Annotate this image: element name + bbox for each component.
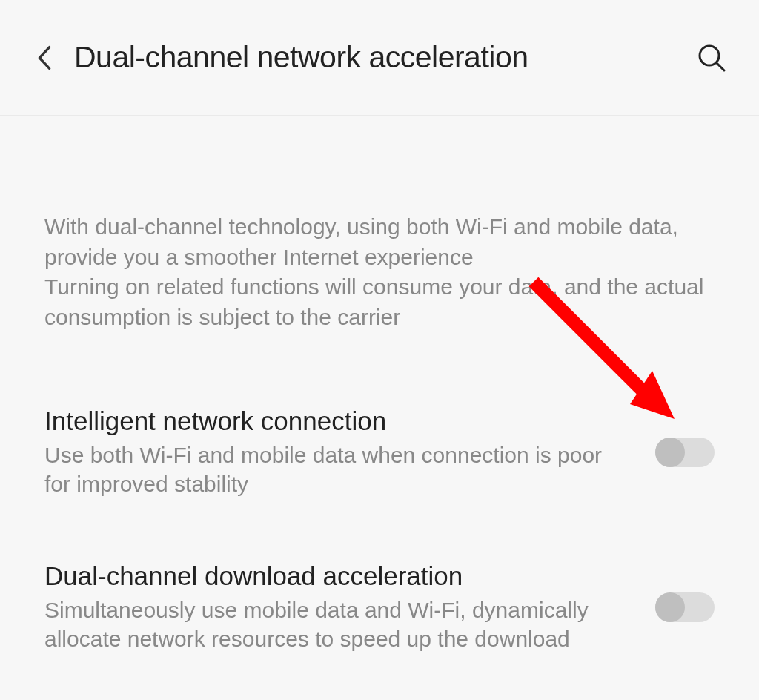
header: Dual-channel network acceleration xyxy=(0,0,759,116)
toggle-knob xyxy=(655,592,685,622)
toggle-knob xyxy=(655,438,685,467)
divider xyxy=(646,581,646,633)
search-button[interactable] xyxy=(694,40,729,76)
svg-line-1 xyxy=(717,63,724,70)
page-title: Dual-channel network acceleration xyxy=(59,40,694,75)
intelligent-network-toggle[interactable] xyxy=(655,438,715,467)
toggle-wrapper xyxy=(655,438,715,467)
search-icon xyxy=(697,43,726,73)
setting-subtitle: Use both Wi-Fi and mobile data when conn… xyxy=(44,440,626,498)
setting-title: Dual-channel download acceleration xyxy=(44,561,616,591)
back-button[interactable] xyxy=(30,43,59,73)
toggle-wrapper xyxy=(646,581,715,633)
feature-description: With dual-channel technology, using both… xyxy=(44,212,715,332)
chevron-left-icon xyxy=(37,45,52,70)
setting-subtitle: Simultaneously use mobile data and Wi-Fi… xyxy=(44,595,616,653)
setting-dual-channel-download[interactable]: Dual-channel download acceleration Simul… xyxy=(44,561,715,653)
setting-text: Dual-channel download acceleration Simul… xyxy=(44,561,646,653)
setting-intelligent-network[interactable]: Intelligent network connection Use both … xyxy=(44,406,715,498)
dual-channel-download-toggle[interactable] xyxy=(655,592,715,622)
content: With dual-channel technology, using both… xyxy=(0,212,759,653)
setting-title: Intelligent network connection xyxy=(44,406,626,436)
setting-text: Intelligent network connection Use both … xyxy=(44,406,655,498)
